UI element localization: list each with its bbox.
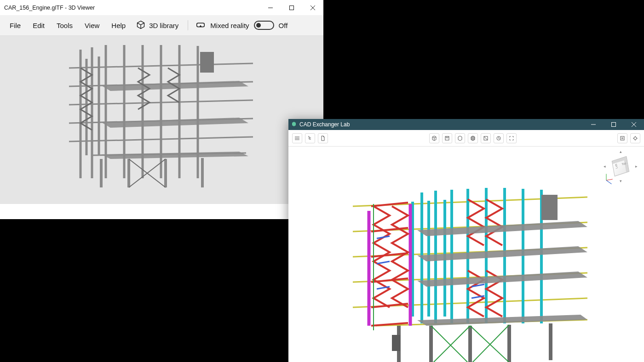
svg-line-80 <box>470 326 509 362</box>
minimize-button[interactable] <box>260 0 281 15</box>
model-color <box>348 179 597 362</box>
svg-line-12 <box>69 63 253 68</box>
cube-face-top: Top <box>621 162 626 166</box>
svg-line-14 <box>69 100 253 105</box>
svg-point-36 <box>634 137 637 140</box>
window-cad-exchanger: CAD Exchanger Lab <box>288 119 644 362</box>
svg-rect-1 <box>197 23 205 27</box>
cube-icon <box>136 20 145 31</box>
menu-icon[interactable] <box>292 133 302 143</box>
svg-line-39 <box>353 248 587 257</box>
svg-line-81 <box>470 325 509 362</box>
menubar: File Edit Tools View Help 3D library Mix… <box>0 15 323 36</box>
svg-rect-71 <box>541 195 558 220</box>
svg-line-16 <box>69 137 253 141</box>
svg-line-41 <box>353 298 587 307</box>
viewport-3d[interactable] <box>0 36 323 204</box>
wireframe-icon[interactable] <box>455 133 465 143</box>
svg-line-58 <box>371 253 408 257</box>
svg-line-60 <box>371 304 408 307</box>
svg-rect-35 <box>621 136 624 140</box>
svg-line-13 <box>69 82 253 86</box>
library-label: 3D library <box>149 22 178 29</box>
svg-line-26 <box>129 159 166 187</box>
axis-triad-icon <box>606 173 614 181</box>
svg-rect-32 <box>445 136 449 140</box>
settings-icon[interactable] <box>630 133 640 143</box>
window-title: CAD Exchanger Lab <box>299 121 350 128</box>
svg-rect-27 <box>200 52 214 73</box>
svg-marker-19 <box>101 118 248 128</box>
statusbar <box>0 204 323 219</box>
separator <box>188 20 188 30</box>
svg-marker-67 <box>417 221 587 236</box>
save-icon[interactable] <box>442 133 452 143</box>
svg-line-59 <box>371 278 408 282</box>
mr-label: Mixed reality <box>210 22 249 29</box>
menu-file[interactable]: File <box>4 17 27 34</box>
app-icon <box>291 121 297 128</box>
svg-line-17 <box>92 153 246 155</box>
svg-line-38 <box>353 222 587 232</box>
svg-line-79 <box>431 326 470 362</box>
toolbar <box>288 130 644 147</box>
mr-state: Off <box>279 22 288 29</box>
section-icon[interactable] <box>481 133 491 143</box>
cube-arrow-left-icon[interactable]: ◂ <box>604 164 606 169</box>
svg-line-62 <box>377 236 390 238</box>
close-button[interactable] <box>302 0 323 15</box>
menu-tools[interactable]: Tools <box>51 17 79 34</box>
cube-arrow-down-icon[interactable]: ▾ <box>620 179 622 183</box>
svg-line-61 <box>371 323 408 326</box>
mr-toggle[interactable] <box>254 21 274 30</box>
svg-line-57 <box>371 228 408 232</box>
menu-view[interactable]: View <box>79 17 105 34</box>
titlebar[interactable]: CAR_156_Engine.glTF - 3D Viewer <box>0 0 323 15</box>
svg-line-25 <box>129 159 166 187</box>
svg-line-56 <box>371 203 408 206</box>
cube-face-left: Left <box>615 164 618 169</box>
maximize-button[interactable] <box>281 0 302 15</box>
view-cube[interactable]: ▴ ▾ ◂ ▸ Left Top <box>604 150 637 182</box>
close-button[interactable] <box>624 119 644 130</box>
svg-line-63 <box>377 261 390 264</box>
maximize-button[interactable] <box>604 119 624 130</box>
cube-arrow-up-icon[interactable]: ▴ <box>620 149 622 154</box>
shaded-icon[interactable] <box>468 133 478 143</box>
headset-icon <box>196 20 206 31</box>
library-button[interactable]: 3D library <box>132 17 183 34</box>
window-title: CAR_156_Engine.glTF - 3D Viewer <box>4 5 95 11</box>
cube-arrow-right-icon[interactable]: ▸ <box>635 164 638 169</box>
window-controls <box>583 119 644 130</box>
cube-widget[interactable]: Left Top <box>612 156 629 176</box>
svg-line-66 <box>472 296 484 298</box>
svg-line-65 <box>472 284 484 287</box>
svg-line-37 <box>353 197 587 206</box>
minimize-button[interactable] <box>583 119 604 130</box>
tree-icon[interactable] <box>305 133 315 143</box>
document-icon[interactable] <box>318 133 328 143</box>
menu-edit[interactable]: Edit <box>27 17 51 34</box>
svg-line-78 <box>431 326 470 362</box>
model-gray <box>37 40 267 190</box>
window-3d-viewer: CAR_156_Engine.glTF - 3D Viewer File Edi… <box>0 0 323 219</box>
window-controls <box>260 0 323 15</box>
fit-icon[interactable] <box>506 133 517 143</box>
viewport-3d[interactable]: ▴ ▾ ◂ ▸ Left Top <box>288 147 644 362</box>
menu-help[interactable]: Help <box>105 17 132 34</box>
svg-line-64 <box>377 287 390 289</box>
cube-icon[interactable] <box>429 133 439 143</box>
svg-line-40 <box>353 273 587 282</box>
measure-icon[interactable] <box>494 133 504 143</box>
svg-marker-68 <box>417 246 587 261</box>
svg-rect-31 <box>612 123 616 127</box>
mixed-reality-group: Mixed reality Off <box>193 20 290 31</box>
titlebar[interactable]: CAD Exchanger Lab <box>288 119 644 130</box>
svg-marker-70 <box>417 315 587 326</box>
svg-rect-0 <box>290 6 294 10</box>
svg-marker-18 <box>101 81 248 91</box>
svg-marker-69 <box>417 272 587 287</box>
svg-line-15 <box>69 119 253 123</box>
svg-line-42 <box>376 320 587 326</box>
properties-icon[interactable] <box>617 133 627 143</box>
